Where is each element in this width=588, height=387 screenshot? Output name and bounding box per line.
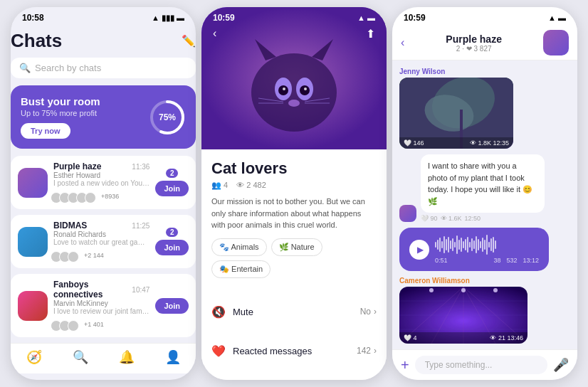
back-button-2[interactable]: ‹ (213, 27, 216, 40)
wifi-icon-3: ▲ (548, 14, 556, 22)
chat-time-1: 11:36 (132, 163, 149, 171)
jenny-time: 👁 1.8K 12:35 (470, 139, 509, 147)
mute-label: Mute (233, 307, 253, 317)
waveform-bar (435, 242, 436, 248)
waveform-bar (490, 238, 492, 251)
channel-name: Purple haze (410, 33, 537, 45)
group-name: Cat lovers (211, 159, 377, 178)
type-input[interactable]: Type something... (415, 356, 547, 374)
group-description: Our mission is not to bother you. But we… (211, 196, 377, 231)
waveform-bar (446, 239, 447, 250)
svg-point-31 (429, 288, 434, 292)
menu-mute-right: No › (360, 307, 377, 317)
svg-point-8 (278, 85, 288, 95)
time-1: 10:58 (22, 13, 44, 23)
wifi-icon: ▲ (152, 14, 159, 22)
waveform-bar (493, 237, 494, 253)
nav-bell-icon[interactable]: 🔔 (119, 349, 135, 365)
waveform-bar (482, 238, 483, 252)
members-count: 👥 4 (211, 181, 228, 190)
join-button-2[interactable]: Join (155, 240, 189, 255)
chat-item-3[interactable]: Fanboys connectives 10:47 Marvin McKinne… (11, 274, 196, 337)
menu-reacted-left: ❤️ Reacted messages (211, 344, 312, 358)
chat-user-1: Esther Howard (53, 171, 149, 179)
battery-icon: ▬ (177, 14, 184, 22)
channel-avatar (543, 30, 569, 55)
waveform-bar (480, 241, 481, 248)
status-bar-1: 10:58 ▲ ▮▮▮ ▬ (11, 7, 196, 26)
chat-time-3: 10:47 (132, 286, 149, 294)
wifi-icon-2: ▲ (357, 14, 365, 22)
waveform-bar (458, 240, 460, 250)
waveform-bar (484, 240, 485, 250)
share-button-2[interactable]: ⬆ (366, 27, 375, 41)
time-2: 10:59 (213, 13, 235, 23)
menu-search[interactable]: 🔍 Search › (201, 376, 387, 381)
chat-item-2[interactable]: BIDMAS 11:25 Ronald Richards Love to wat… (11, 215, 196, 268)
chat-info-1: Purple haze 11:36 Esther Howard I posted… (53, 161, 149, 203)
mic-button[interactable]: 🎤 (553, 357, 569, 373)
chat-name-1: Purple haze (53, 161, 101, 171)
status-bar-3: 10:59 ▲ ▬ (392, 7, 577, 26)
badge-1: 2 (166, 169, 179, 178)
menu-reacted-right: 142 › (357, 346, 377, 356)
waveform-bar (456, 235, 458, 254)
tag-animals[interactable]: 🐾 Animals (211, 238, 267, 256)
voice-views: 532 (506, 257, 517, 264)
voice-duration: 0:51 (435, 257, 448, 264)
phone-purple-haze-chat: 10:59 ▲ ▬ ‹ Purple haze 2 · ❤ 3 827 Jenn… (392, 7, 577, 380)
promo-title: Bust your room (21, 95, 100, 107)
chat-info-3: Fanboys connectives 10:47 Marvin McKinne… (53, 280, 149, 332)
plus-button[interactable]: + (401, 357, 409, 373)
chat-preview-1: I posted a new video on YouTub... (53, 179, 149, 187)
chat-item-1[interactable]: Purple haze 11:36 Esther Howard I posted… (11, 156, 196, 209)
join-button-1[interactable]: Join (155, 181, 189, 196)
edit-icon[interactable]: ✏️ (182, 34, 196, 48)
waveform-bar (463, 241, 464, 248)
chat-info-2: BIDMAS 11:25 Ronald Richards Love to wat… (53, 221, 149, 263)
mute-value: No (360, 307, 371, 317)
mute-icon: 🔇 (211, 305, 226, 319)
waveform-bar (471, 238, 473, 251)
text-bubble: I want to share with you a photo of my p… (421, 154, 545, 213)
status-icons-3: ▲ ▬ (548, 14, 566, 22)
waveform-bar (465, 239, 466, 250)
tag-nature[interactable]: 🌿 Nature (271, 238, 322, 256)
nav-search-icon[interactable]: 🔍 (73, 349, 88, 365)
svg-point-10 (283, 88, 285, 90)
back-arrow-3[interactable]: ‹ (401, 36, 404, 49)
voice-size: 38 (493, 257, 500, 264)
stack-count-3: +1 401 (84, 321, 104, 328)
tag-entertain[interactable]: 🎭 Entertain (211, 260, 271, 278)
play-button[interactable]: ▶ (409, 240, 429, 260)
cameron-views-time: 👁 21 13:46 (490, 334, 523, 341)
avatar-stack-3 (53, 320, 79, 332)
group-info: Cat lovers 👥 4 👁 2 482 Our mission is no… (201, 149, 387, 287)
nav-person-icon[interactable]: 👤 (165, 349, 181, 365)
menu-reacted[interactable]: ❤️ Reacted messages 142 › (201, 337, 387, 365)
cat-image (201, 7, 387, 149)
chat-right-2: 2 Join (155, 228, 189, 255)
status-bar-2: 10:59 ▲ ▬ (201, 7, 387, 26)
play-icon: ▶ (417, 245, 424, 255)
promo-subtitle: Up to 75% more profit (21, 109, 100, 117)
menu-mute[interactable]: 🔇 Mute No › (201, 298, 387, 326)
progress-circle: 75% (149, 99, 186, 136)
promo-text: Bust your room Up to 75% more profit Try… (21, 95, 100, 139)
search-bar[interactable]: 🔍 Search by chats (11, 58, 196, 78)
waveform-bar (476, 236, 477, 253)
heart-icon: ❤️ (211, 344, 226, 358)
join-button-3[interactable]: Join (155, 298, 189, 314)
mini-av (85, 192, 96, 203)
promo-button[interactable]: Try now (21, 123, 70, 139)
battery-icon-3: ▬ (558, 14, 566, 22)
nav-compass-icon[interactable]: 🧭 (26, 349, 42, 365)
chat-name-3: Fanboys connectives (53, 280, 132, 299)
avatar-stack-1 (53, 192, 96, 203)
progress-percent: 75% (159, 112, 176, 122)
sender-cameron: Cameron Williamson (399, 277, 527, 285)
type-bar: + Type something... 🎤 (392, 349, 577, 380)
waveform-bar (437, 240, 439, 250)
chats-header: Chats ✏️ (11, 26, 196, 58)
reacted-value: 142 (357, 346, 371, 356)
